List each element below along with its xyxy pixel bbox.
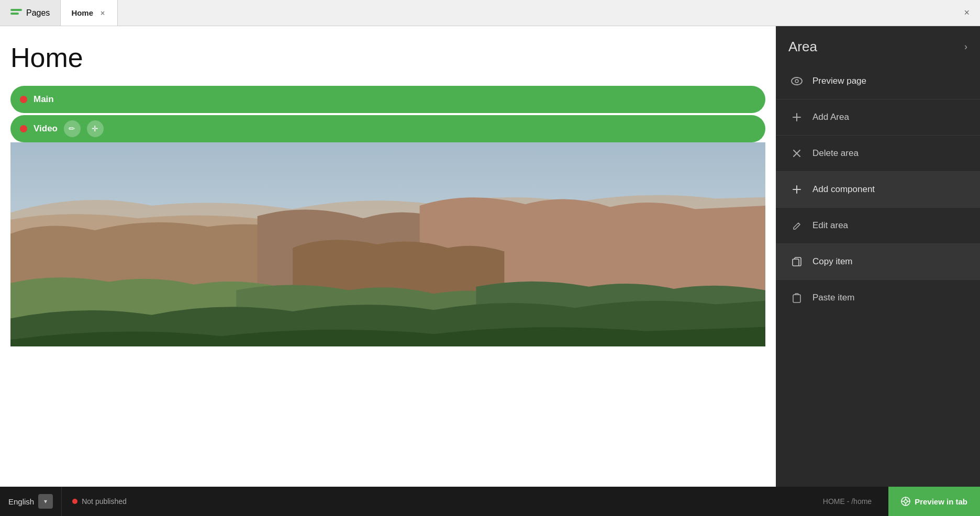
add-component-icon <box>790 183 803 196</box>
video-move-button[interactable]: ✛ <box>87 120 104 137</box>
add-component-label: Add component <box>812 184 875 195</box>
not-published-label: Not published <box>82 497 127 506</box>
copy-item-label: Copy item <box>812 256 853 267</box>
move-icon: ✛ <box>92 124 98 133</box>
tab-pages-label: Pages <box>26 8 50 18</box>
breadcrumb: HOME - /home <box>815 497 880 506</box>
svg-point-3 <box>795 80 798 83</box>
add-area-icon <box>790 111 803 124</box>
svg-point-13 <box>904 500 907 503</box>
page-title: Home <box>10 42 765 73</box>
not-published-indicator <box>72 499 77 504</box>
copy-item-icon <box>790 255 803 268</box>
video-area-bar[interactable]: Video ✏ ✛ <box>10 115 765 142</box>
main-layout: Home Main Video ✏ ✛ <box>0 26 980 487</box>
preview-page-label: Preview page <box>812 76 866 86</box>
svg-rect-10 <box>793 259 799 266</box>
tab-home-label: Home <box>71 8 93 17</box>
delete-area-label: Delete area <box>812 148 859 159</box>
paste-item-label: Paste item <box>812 293 854 303</box>
menu-item-add-component[interactable]: Add component <box>776 172 980 207</box>
tab-bar: Pages Home × × <box>0 0 980 26</box>
tab-bar-spacer <box>118 0 953 26</box>
delete-area-icon <box>790 147 803 160</box>
menu-item-delete-area[interactable]: Delete area <box>776 136 980 171</box>
sidebar-expand-button[interactable]: › <box>964 41 967 52</box>
language-label: English <box>8 497 34 506</box>
pages-icon <box>10 9 22 17</box>
main-area-bar[interactable]: Main <box>10 86 765 113</box>
sidebar-menu: Preview page Add Area <box>776 63 980 487</box>
video-bar-label: Video <box>34 124 58 134</box>
canyon-scene <box>10 142 765 346</box>
main-bar-label: Main <box>34 94 54 105</box>
preview-tab-icon <box>901 497 910 506</box>
edit-icon: ✏ <box>69 124 75 133</box>
video-area-indicator <box>20 125 27 132</box>
editor-area: Home Main Video ✏ ✛ <box>0 26 776 487</box>
svg-rect-11 <box>793 295 800 302</box>
tab-home[interactable]: Home × <box>61 0 118 26</box>
main-area-indicator <box>20 96 27 103</box>
window-close-button[interactable]: × <box>953 0 980 26</box>
sidebar-title: Area <box>788 39 817 55</box>
bottom-bar: English ▾ Not published HOME - /home Pre… <box>0 487 980 516</box>
preview-tab-label: Preview in tab <box>915 497 967 506</box>
edit-area-label: Edit area <box>812 220 848 231</box>
paste-item-icon <box>790 291 803 304</box>
bottom-right: HOME - /home Preview in tab <box>815 487 980 516</box>
menu-item-preview-page[interactable]: Preview page <box>776 63 980 99</box>
publish-status: Not published <box>62 497 137 506</box>
preview-page-icon <box>790 75 803 87</box>
bottom-left: English ▾ Not published <box>0 487 137 516</box>
edit-area-icon <box>790 219 803 232</box>
right-sidebar: Area › Preview page <box>776 26 980 487</box>
video-preview-image <box>10 142 765 346</box>
tab-home-close[interactable]: × <box>98 8 107 18</box>
tab-pages[interactable]: Pages <box>0 0 61 26</box>
language-selector[interactable]: English ▾ <box>0 487 62 516</box>
menu-item-paste-item[interactable]: Paste item <box>776 280 980 316</box>
menu-item-add-area[interactable]: Add Area <box>776 99 980 135</box>
language-dropdown-icon: ▾ <box>38 494 53 509</box>
svg-point-2 <box>792 77 802 85</box>
sidebar-header: Area › <box>776 26 980 63</box>
video-edit-button[interactable]: ✏ <box>64 120 81 137</box>
add-area-label: Add Area <box>812 112 849 122</box>
menu-item-copy-item[interactable]: Copy item <box>776 244 980 279</box>
menu-item-edit-area[interactable]: Edit area <box>776 208 980 243</box>
preview-in-tab-button[interactable]: Preview in tab <box>888 487 980 516</box>
